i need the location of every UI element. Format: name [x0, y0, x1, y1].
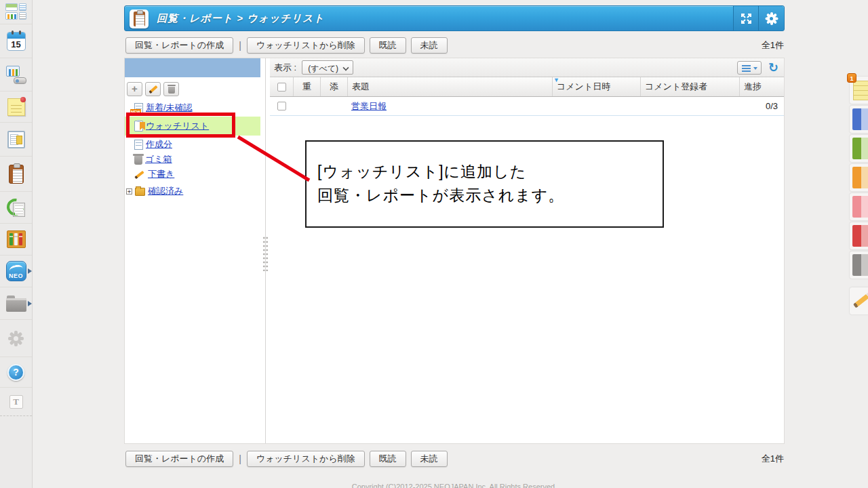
- list-filter-bar: 表示 : (すべて) ↻: [270, 58, 784, 77]
- pencil-icon: [853, 292, 868, 308]
- tree-link-confirmed[interactable]: 確認済み: [148, 185, 183, 197]
- sidebar-item-settings[interactable]: [0, 320, 32, 357]
- mark-unread-button[interactable]: 未読: [411, 451, 448, 467]
- column-comment-date[interactable]: ▼ コメント日時: [552, 77, 640, 96]
- notification-badge: 1: [847, 73, 856, 83]
- sidebar-item-neo[interactable]: NEO: [0, 256, 32, 287]
- green-book-icon: [852, 138, 868, 159]
- gray-book-icon: [852, 254, 868, 276]
- bulletin-board-icon: [7, 131, 25, 148]
- help-icon: ?: [7, 364, 24, 381]
- column-comment-author[interactable]: コメント登録者: [640, 77, 739, 96]
- settings-button[interactable]: [758, 6, 783, 30]
- sidebar-item-presentation[interactable]: [0, 58, 32, 92]
- shortcut-pencil-tile[interactable]: [850, 287, 868, 314]
- resize-grip[interactable]: [262, 236, 269, 271]
- toolbar-separator: |: [239, 40, 241, 51]
- shortcut-gray-tile[interactable]: [850, 251, 868, 279]
- sidebar-item-bulletin[interactable]: [0, 123, 32, 157]
- tree-item-confirmed[interactable]: + 確認済み: [125, 185, 260, 197]
- sidebar-item-portal[interactable]: [0, 0, 32, 24]
- sidebar-item-help[interactable]: ?: [0, 357, 32, 388]
- expand-button[interactable]: [733, 6, 758, 30]
- new-badge: NEW: [130, 109, 141, 115]
- trash-icon: [168, 87, 175, 94]
- shortcut-pink-tile[interactable]: [850, 193, 868, 220]
- edit-folder-button[interactable]: [145, 82, 161, 96]
- row-checkbox[interactable]: [277, 102, 286, 110]
- tree-panel-header: [125, 58, 260, 77]
- orange-book-icon: [852, 167, 868, 188]
- folder-icon: [6, 298, 26, 312]
- shortcut-blue-tile[interactable]: [850, 106, 868, 133]
- tree-link-watchlist[interactable]: ウォッチリスト: [146, 120, 209, 132]
- tree-item-watchlist[interactable]: ウォッチリスト: [125, 117, 260, 136]
- mark-read-button[interactable]: 既読: [370, 451, 406, 467]
- text-tool-icon: T: [9, 395, 23, 409]
- remove-from-watchlist-button[interactable]: ウォッチリストから削除: [247, 37, 365, 54]
- pencil-icon: [149, 85, 157, 94]
- delete-folder-button[interactable]: [163, 82, 179, 96]
- select-all-cell: [270, 77, 293, 96]
- create-report-button[interactable]: 回覧・レポートの作成: [125, 451, 233, 467]
- column-title[interactable]: 表題: [347, 77, 552, 96]
- filter-select[interactable]: (すべて): [302, 60, 353, 75]
- shortcut-memo-tile[interactable]: 1: [850, 77, 868, 104]
- tree-item-trash[interactable]: ゴミ箱: [125, 153, 260, 165]
- column-comment-date-label: コメント日時: [557, 81, 610, 93]
- mark-unread-button[interactable]: 未読: [411, 37, 448, 54]
- sidebar-item-text-tool[interactable]: T: [0, 388, 32, 416]
- circulation-module-icon: [130, 9, 149, 28]
- refresh-icon[interactable]: ↻: [768, 62, 778, 74]
- column-progress[interactable]: 進捗: [739, 77, 784, 96]
- remove-from-watchlist-button[interactable]: ウォッチリストから削除: [247, 451, 365, 467]
- mark-read-button[interactable]: 既読: [370, 37, 406, 54]
- watchlist-bookmark-icon: [134, 121, 143, 131]
- report-title-link[interactable]: 営業日報: [351, 100, 387, 113]
- blue-book-icon: [852, 108, 868, 130]
- column-attachment[interactable]: 添: [320, 77, 347, 96]
- sidebar-item-cabinet[interactable]: [0, 224, 32, 256]
- sidebar-item-workflow[interactable]: [0, 192, 32, 224]
- trash-icon: [134, 156, 142, 165]
- sidebar-item-circulation[interactable]: [0, 157, 32, 192]
- shortcut-green-tile[interactable]: [850, 135, 868, 162]
- tree-item-drafts[interactable]: 下書き: [125, 168, 260, 180]
- tree-items: NEW 新着/未確認 ウォッチリスト 作成分 ゴミ箱: [125, 98, 260, 197]
- table-header-row: 重 添 表題 ▼ コメント日時 コメント登録者 進捗: [270, 77, 784, 97]
- module-header: 回覧・レポート > ウォッチリスト: [124, 5, 785, 31]
- breadcrumb: 回覧・レポート > ウォッチリスト: [157, 12, 325, 25]
- create-report-button[interactable]: 回覧・レポートの作成: [125, 37, 233, 54]
- copyright-text: Copyright (C)2012-2025 NEOJAPAN Inc. All…: [124, 483, 785, 488]
- pencil-icon: [134, 169, 145, 179]
- tree-item-created[interactable]: 作成分: [125, 138, 260, 150]
- sidebar-item-schedule[interactable]: 15: [0, 24, 32, 58]
- select-all-checkbox[interactable]: [277, 83, 286, 92]
- tree-link-trash[interactable]: ゴミ箱: [145, 153, 172, 165]
- column-important[interactable]: 重: [293, 77, 320, 96]
- sidebar-item-memo[interactable]: [0, 92, 32, 123]
- sticky-note-icon: [7, 98, 25, 116]
- gear-icon: [8, 331, 24, 346]
- list-menu-button[interactable]: [737, 61, 762, 75]
- tree-item-new-unconfirmed[interactable]: NEW 新着/未確認: [125, 102, 260, 114]
- tree-link-new-unconfirmed[interactable]: 新着/未確認: [146, 102, 193, 114]
- sidebar-item-folder[interactable]: [0, 287, 32, 320]
- shortcut-red-tile[interactable]: [850, 222, 868, 249]
- shortcut-orange-tile[interactable]: [850, 164, 868, 191]
- sticky-note-icon: [853, 81, 868, 100]
- tree-link-created[interactable]: 作成分: [146, 138, 172, 150]
- total-count: 全1件: [762, 39, 785, 52]
- annotation-text-line2: 回覧・レポートが表示されます。: [317, 184, 656, 207]
- tree-link-drafts[interactable]: 下書き: [148, 168, 174, 180]
- document-icon: NEW: [134, 103, 143, 113]
- bookshelf-icon: [7, 230, 26, 248]
- table-row[interactable]: 営業日報 0/3: [270, 97, 784, 116]
- total-count: 全1件: [762, 453, 785, 465]
- clipboard-icon: [9, 165, 24, 184]
- toolbar-separator: |: [239, 453, 241, 464]
- add-folder-button[interactable]: +: [127, 82, 142, 96]
- expand-plus-icon[interactable]: +: [126, 188, 132, 195]
- pink-book-icon: [852, 196, 868, 218]
- toolbar-top: 回覧・レポートの作成 | ウォッチリストから削除 既読 未読 全1件: [125, 37, 785, 54]
